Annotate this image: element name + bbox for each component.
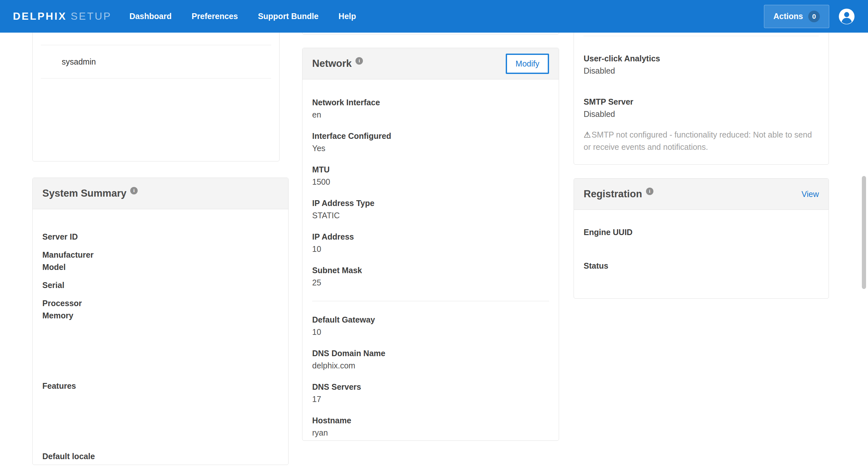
network-title: Network i bbox=[312, 58, 363, 69]
field-server-id: Server ID bbox=[42, 231, 279, 243]
field-label: Status bbox=[584, 260, 819, 272]
field-label: User-click Analytics bbox=[584, 52, 819, 65]
field-label: Server ID bbox=[42, 231, 279, 243]
field-serial: Serial bbox=[42, 279, 279, 291]
field-label: DNS Servers bbox=[312, 381, 549, 393]
info-icon[interactable]: i bbox=[646, 188, 653, 195]
field-label: IP Address bbox=[312, 231, 549, 243]
network-title-text: Network bbox=[312, 58, 351, 69]
view-link[interactable]: View bbox=[801, 190, 819, 199]
field-label: Engine UUID bbox=[584, 226, 819, 238]
field-label: Processor bbox=[42, 297, 279, 309]
field-label: Default locale bbox=[42, 450, 279, 462]
navbar-right: Actions 0 bbox=[764, 5, 855, 28]
field-label: Interface Configured bbox=[312, 130, 549, 142]
field-engine-uuid: Engine UUID bbox=[584, 226, 819, 238]
field-label: Default Gateway bbox=[312, 313, 549, 326]
info-icon[interactable]: i bbox=[355, 57, 363, 65]
registration-header: Registration i View bbox=[574, 178, 829, 210]
nav-item-support-bundle[interactable]: Support Bundle bbox=[258, 12, 318, 21]
field-ip-address: IP Address 10 bbox=[312, 231, 549, 255]
field-default-locale: Default locale bbox=[42, 450, 279, 462]
field-value: 25 bbox=[312, 276, 549, 289]
smtp-warning-message: SMTP not configured - functionality redu… bbox=[584, 130, 812, 151]
system-summary-title: System Summary i bbox=[42, 188, 138, 199]
brand-secondary: SETUP bbox=[71, 10, 112, 22]
vertical-scrollbar[interactable] bbox=[862, 176, 866, 289]
field-features: Features bbox=[42, 380, 279, 392]
network-body: Network Interface en Interface Configure… bbox=[303, 79, 559, 439]
field-ip-address-type: IP Address Type STATIC bbox=[312, 197, 549, 222]
actions-button[interactable]: Actions 0 bbox=[764, 5, 829, 28]
field-mtu: MTU 1500 bbox=[312, 163, 549, 188]
info-icon[interactable]: i bbox=[130, 187, 138, 194]
field-value: delphix.com bbox=[312, 360, 549, 372]
field-label: IP Address Type bbox=[312, 197, 549, 209]
field-label: SMTP Server bbox=[584, 96, 819, 108]
field-interface-configured: Interface Configured Yes bbox=[312, 130, 549, 154]
field-network-interface: Network Interface en bbox=[312, 96, 549, 121]
field-value: 10 bbox=[312, 243, 549, 255]
field-label: DNS Domain Name bbox=[312, 347, 549, 360]
field-value: ryan bbox=[312, 427, 549, 439]
field-manufacturer: Manufacturer bbox=[42, 249, 279, 261]
field-subnet-mask: Subnet Mask 25 bbox=[312, 264, 549, 289]
field-label: Network Interface bbox=[312, 96, 549, 108]
field-model: Model bbox=[42, 261, 279, 273]
user-avatar-icon[interactable] bbox=[838, 8, 855, 25]
network-card: Network i Modify Network Interface en In… bbox=[302, 48, 559, 441]
registration-title-text: Registration bbox=[584, 188, 642, 200]
nav-menu: Dashboard Preferences Support Bundle Hel… bbox=[129, 12, 356, 21]
registration-card: Registration i View Engine UUID Status bbox=[574, 178, 829, 299]
network-header: Network i Modify bbox=[303, 48, 559, 79]
field-label: MTU bbox=[312, 163, 549, 176]
field-label: Manufacturer bbox=[42, 249, 279, 261]
smtp-warning-text: ⚠SMTP not configured - functionality red… bbox=[584, 129, 819, 153]
field-memory: Memory bbox=[42, 309, 279, 321]
brand-primary: DELPHIX bbox=[13, 10, 67, 22]
field-label: Features bbox=[42, 380, 279, 392]
field-value: 10 bbox=[312, 326, 549, 338]
field-dns-domain-name: DNS Domain Name delphix.com bbox=[312, 347, 549, 372]
system-summary-title-text: System Summary bbox=[42, 188, 126, 199]
registration-title: Registration i bbox=[584, 188, 653, 200]
nav-item-preferences[interactable]: Preferences bbox=[192, 12, 238, 21]
field-status: Status bbox=[584, 260, 819, 272]
registration-body: Engine UUID Status bbox=[574, 210, 829, 272]
field-hostname: Hostname ryan bbox=[312, 414, 549, 439]
field-dns-servers: DNS Servers 17 bbox=[312, 381, 549, 405]
top-navbar: DELPHIX SETUP Dashboard Preferences Supp… bbox=[0, 0, 868, 33]
field-processor: Processor bbox=[42, 297, 279, 309]
field-default-gateway: Default Gateway 10 bbox=[312, 313, 549, 338]
modify-button[interactable]: Modify bbox=[506, 54, 549, 74]
field-label: Model bbox=[42, 261, 279, 273]
page: DELPHIX SETUP Dashboard Preferences Supp… bbox=[0, 0, 868, 474]
field-user-click-analytics: User-click Analytics Disabled bbox=[584, 52, 819, 77]
field-value: en bbox=[312, 108, 549, 121]
system-summary-header: System Summary i bbox=[33, 178, 288, 209]
list-item-sysadmin[interactable]: sysadmin bbox=[41, 45, 271, 78]
field-label: Subnet Mask bbox=[312, 264, 549, 276]
brand-logo: DELPHIX SETUP bbox=[13, 10, 112, 22]
field-value: Disabled bbox=[584, 65, 819, 77]
actions-count-badge: 0 bbox=[808, 11, 820, 22]
nav-item-dashboard[interactable]: Dashboard bbox=[129, 12, 172, 21]
field-label: Serial bbox=[42, 279, 279, 291]
nav-item-help[interactable]: Help bbox=[339, 12, 356, 21]
field-value: Disabled bbox=[584, 108, 819, 120]
system-summary-body: Server ID Manufacturer Model Serial Proc… bbox=[33, 209, 288, 462]
field-value: 1500 bbox=[312, 176, 549, 188]
system-summary-card: System Summary i Server ID Manufacturer … bbox=[32, 178, 288, 465]
field-label: Memory bbox=[42, 309, 279, 321]
field-value: STATIC bbox=[312, 209, 549, 222]
field-smtp-server: SMTP Server Disabled bbox=[584, 96, 819, 120]
field-value: Yes bbox=[312, 142, 549, 154]
field-value: 17 bbox=[312, 393, 549, 405]
field-label: Hostname bbox=[312, 414, 549, 427]
actions-button-label: Actions bbox=[773, 12, 803, 21]
warning-icon: ⚠ bbox=[584, 130, 591, 139]
divider bbox=[312, 301, 549, 301]
